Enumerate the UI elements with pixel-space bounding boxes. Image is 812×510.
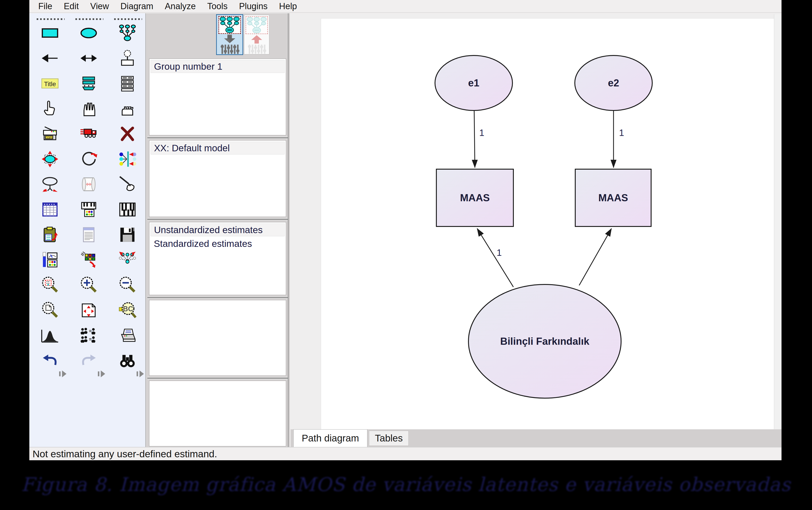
view-input-path-diagram-button[interactable] — [216, 14, 243, 55]
figure-caption-title-icon[interactable]: Title — [37, 72, 63, 95]
calculate-estimates-icon[interactable] — [115, 198, 140, 221]
multiple-group-icon[interactable]: == — [76, 324, 101, 347]
menu-item-analyze[interactable]: Analyze — [159, 1, 201, 11]
analysis-properties-icon[interactable] — [76, 198, 101, 221]
undo-icon[interactable] — [37, 349, 63, 373]
list-data-variables-icon — [118, 74, 137, 93]
search-icon[interactable] — [115, 349, 140, 373]
touch-up-icon[interactable] — [115, 172, 140, 196]
toolbar-drag-handle[interactable] — [114, 18, 142, 20]
figure-caption: Figura 8. Imagem gráfica AMOS de variáve… — [0, 474, 812, 495]
menu-item-edit[interactable]: Edit — [58, 1, 84, 11]
tab-path-diagram[interactable]: Path diagram — [293, 429, 367, 447]
zoom-out-icon[interactable] — [115, 273, 140, 297]
panel-splitter[interactable] — [147, 296, 288, 299]
erase-icon[interactable] — [115, 122, 140, 146]
calculate-estimates-icon — [118, 200, 137, 219]
redo-icon — [79, 351, 98, 370]
zoom-page-icon[interactable] — [37, 299, 63, 322]
diagram-node-label: MAAS — [460, 192, 490, 203]
list-model-variables-icon[interactable] — [76, 72, 101, 95]
tab-tables[interactable]: Tables — [369, 431, 409, 446]
menu-item-file[interactable]: File — [33, 1, 58, 11]
draw-unobserved-ellipse-icon[interactable] — [76, 21, 101, 45]
add-unique-variable-icon[interactable] — [115, 46, 140, 70]
preserve-symmetries-icon — [118, 251, 137, 269]
toolbar-drag-handle[interactable] — [76, 18, 104, 20]
path-coefficient-label: 1 — [479, 128, 484, 138]
move-parameter-icon[interactable] — [37, 147, 63, 171]
diagram-node-label: e1 — [468, 77, 480, 88]
draw-latent-indicator-icon — [118, 24, 137, 42]
data-files-icon[interactable] — [37, 198, 63, 221]
object-properties-icon — [40, 251, 59, 269]
object-properties-icon[interactable] — [37, 248, 63, 272]
path-arrow[interactable] — [477, 229, 513, 287]
panel-splitter[interactable] — [147, 136, 288, 139]
zoom-out-icon — [118, 276, 137, 294]
rotate-icon — [79, 150, 98, 168]
deselect-all-icon[interactable] — [115, 97, 140, 120]
fit-to-page-icon[interactable] — [76, 299, 101, 322]
loupe-icon[interactable]: BC — [115, 299, 140, 322]
tab-strip: Path diagram Tables — [291, 429, 782, 447]
models-item[interactable]: XX: Default model — [151, 142, 285, 154]
menu-item-plugins[interactable]: Plugins — [233, 1, 273, 11]
scroll-icon[interactable] — [76, 172, 101, 196]
move-icon[interactable] — [76, 122, 101, 146]
groups-list: Group number 1 — [149, 58, 286, 136]
canvas-scrollbar[interactable] — [774, 14, 781, 429]
select-all-icon[interactable] — [76, 97, 101, 120]
data-files-icon — [40, 200, 59, 219]
save-icon[interactable] — [115, 223, 140, 247]
drawing-sheet[interactable]: 111e1e2MAASMAASBilinçli Farkındalık — [321, 18, 775, 430]
zoom-in-icon[interactable] — [76, 273, 101, 297]
menu-item-view[interactable]: View — [85, 1, 115, 11]
bayesian-icon[interactable] — [37, 324, 63, 347]
redo-icon[interactable] — [76, 349, 101, 373]
preserve-symmetries-icon[interactable] — [115, 248, 140, 272]
reflect-indicators-icon[interactable] — [115, 147, 140, 171]
panel-splitter[interactable] — [147, 218, 288, 221]
rotate-indicators-icon[interactable] — [37, 172, 63, 196]
estimates-item[interactable]: Unstandardized estimates — [151, 224, 285, 236]
panel-splitter[interactable] — [147, 377, 288, 379]
list-data-variables-icon[interactable] — [115, 72, 140, 95]
svg-text:=: = — [89, 328, 92, 334]
select-one-icon[interactable] — [37, 97, 63, 120]
estimates-item[interactable]: Standardized estimates — [151, 237, 285, 250]
groups-item[interactable]: Group number 1 — [151, 60, 285, 73]
draw-covariance-icon[interactable] — [76, 46, 101, 70]
toolbar-expand-button[interactable] — [58, 370, 68, 378]
view-output-path-diagram-button[interactable] — [244, 15, 269, 55]
draw-latent-indicator-icon[interactable] — [115, 21, 140, 45]
draw-observed-rectangle-icon[interactable] — [37, 21, 63, 45]
menu-item-help[interactable]: Help — [273, 1, 303, 11]
path-arrow[interactable] — [474, 111, 475, 168]
panel-canvas-divider[interactable] — [288, 13, 291, 447]
menu-item-tools[interactable]: Tools — [201, 1, 233, 11]
menu-bar: FileEditViewDiagramAnalyzeToolsPluginsHe… — [29, 0, 782, 13]
screenshot-page: FileEditViewDiagramAnalyzeToolsPluginsHe… — [0, 0, 812, 510]
estimates-list: Unstandardized estimatesStandardized est… — [149, 222, 286, 295]
toolbar-expand-button[interactable] — [96, 370, 107, 378]
toolbar-expand-button[interactable] — [135, 370, 146, 378]
svg-text:Title: Title — [44, 80, 56, 88]
draw-path-arrow-icon[interactable] — [37, 46, 63, 70]
down-arrow-icon — [222, 35, 237, 44]
up-arrow-icon — [249, 35, 264, 44]
zoom-select-icon[interactable] — [37, 273, 63, 297]
figure-caption-title-icon: Title — [40, 74, 59, 93]
duplicate-icon[interactable]: COPY — [37, 122, 63, 146]
menu-item-diagram[interactable]: Diagram — [115, 1, 159, 11]
clipboard-icon[interactable] — [37, 223, 63, 247]
status-bar: Not estimating any user-defined estimand… — [29, 447, 782, 460]
toolbar-drag-handle[interactable] — [37, 18, 65, 20]
drag-properties-icon[interactable] — [76, 248, 101, 272]
print-icon — [118, 326, 137, 345]
path-arrow[interactable] — [579, 229, 611, 285]
rotate-icon[interactable] — [76, 147, 101, 171]
text-output-icon — [79, 225, 98, 244]
print-icon[interactable] — [115, 324, 140, 347]
text-output-icon[interactable] — [76, 223, 101, 247]
